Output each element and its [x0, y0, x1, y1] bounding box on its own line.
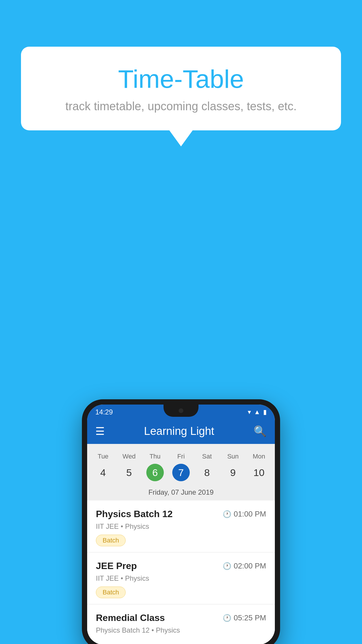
class-card-header: JEE Prep🕐02:00 PM: [96, 561, 266, 571]
class-time: 🕐01:00 PM: [223, 510, 266, 519]
menu-icon[interactable]: ☰: [95, 425, 105, 438]
calendar-day[interactable]: Wed5: [118, 450, 140, 484]
calendar-day[interactable]: Tue4: [92, 450, 114, 484]
clock-icon: 🕐: [223, 614, 231, 622]
day-name: Wed: [122, 453, 136, 460]
class-meta: IIT JEE • Physics: [96, 574, 266, 582]
status-icons: ▾ ▲ ▮: [248, 408, 267, 416]
bubble-pointer: [169, 130, 193, 146]
class-card[interactable]: Physics Batch 12🕐01:00 PMIIT JEE • Physi…: [87, 501, 275, 552]
bubble-title: Time-Table: [44, 64, 318, 94]
calendar-days-row: Tue4Wed5Thu6Fri7Sat8Sun9Mon10: [87, 450, 275, 484]
day-name: Sun: [227, 453, 239, 460]
phone-screen: 14:29 ▾ ▲ ▮ ☰ Learning Light 🔍 Tue4Wed5T…: [87, 405, 275, 644]
bubble-subtitle: track timetable, upcoming classes, tests…: [44, 100, 318, 113]
calendar-date-label: Friday, 07 June 2019: [87, 484, 275, 501]
wifi-icon: ▾: [248, 408, 251, 416]
battery-icon: ▮: [263, 408, 267, 416]
day-number[interactable]: 10: [250, 464, 268, 481]
time-text: 01:00 PM: [234, 510, 266, 519]
batch-tag: Batch: [96, 535, 126, 546]
signal-icon: ▲: [254, 408, 260, 416]
class-name: Physics Batch 12: [96, 509, 173, 519]
day-number[interactable]: 6: [146, 464, 164, 481]
day-name: Sat: [202, 453, 212, 460]
calendar-day[interactable]: Fri7: [170, 450, 192, 484]
speech-bubble: Time-Table track timetable, upcoming cla…: [21, 47, 341, 130]
speech-bubble-section: Time-Table track timetable, upcoming cla…: [21, 47, 341, 146]
day-number[interactable]: 5: [120, 464, 138, 481]
day-number[interactable]: 9: [224, 464, 242, 481]
class-time: 🕐05:25 PM: [223, 613, 266, 622]
day-number[interactable]: 7: [172, 464, 190, 481]
app-bar: ☰ Learning Light 🔍: [87, 419, 275, 444]
class-name: JEE Prep: [96, 561, 137, 571]
day-number[interactable]: 4: [94, 464, 112, 481]
day-name: Tue: [98, 453, 108, 460]
batch-tag: Batch: [96, 587, 126, 598]
phone-frame: 14:29 ▾ ▲ ▮ ☰ Learning Light 🔍 Tue4Wed5T…: [82, 399, 280, 644]
clock-icon: 🕐: [223, 562, 231, 570]
status-time: 14:29: [95, 408, 113, 416]
app-title: Learning Light: [144, 425, 214, 438]
class-time: 🕐02:00 PM: [223, 561, 266, 570]
clock-icon: 🕐: [223, 510, 231, 518]
camera: [179, 408, 183, 413]
class-card[interactable]: Remedial Class🕐05:25 PMPhysics Batch 12 …: [87, 604, 275, 644]
class-meta: Physics Batch 12 • Physics: [96, 626, 266, 634]
class-card-header: Remedial Class🕐05:25 PM: [96, 612, 266, 623]
classes-list: Physics Batch 12🕐01:00 PMIIT JEE • Physi…: [87, 501, 275, 644]
day-name: Thu: [150, 453, 161, 460]
calendar-section: Tue4Wed5Thu6Fri7Sat8Sun9Mon10 Friday, 07…: [87, 444, 275, 501]
calendar-day[interactable]: Thu6: [144, 450, 166, 484]
class-card[interactable]: JEE Prep🕐02:00 PMIIT JEE • PhysicsBatch: [87, 552, 275, 604]
search-icon[interactable]: 🔍: [254, 425, 267, 438]
calendar-day[interactable]: Mon10: [248, 450, 270, 484]
class-name: Remedial Class: [96, 612, 165, 623]
time-text: 05:25 PM: [234, 613, 266, 622]
class-card-header: Physics Batch 12🕐01:00 PM: [96, 509, 266, 519]
day-name: Mon: [253, 453, 265, 460]
class-meta: IIT JEE • Physics: [96, 522, 266, 531]
time-text: 02:00 PM: [234, 561, 266, 570]
calendar-day[interactable]: Sun9: [222, 450, 244, 484]
notch: [164, 405, 198, 417]
status-bar: 14:29 ▾ ▲ ▮: [87, 405, 275, 419]
day-name: Fri: [177, 453, 185, 460]
day-number[interactable]: 8: [198, 464, 216, 481]
calendar-day[interactable]: Sat8: [196, 450, 218, 484]
